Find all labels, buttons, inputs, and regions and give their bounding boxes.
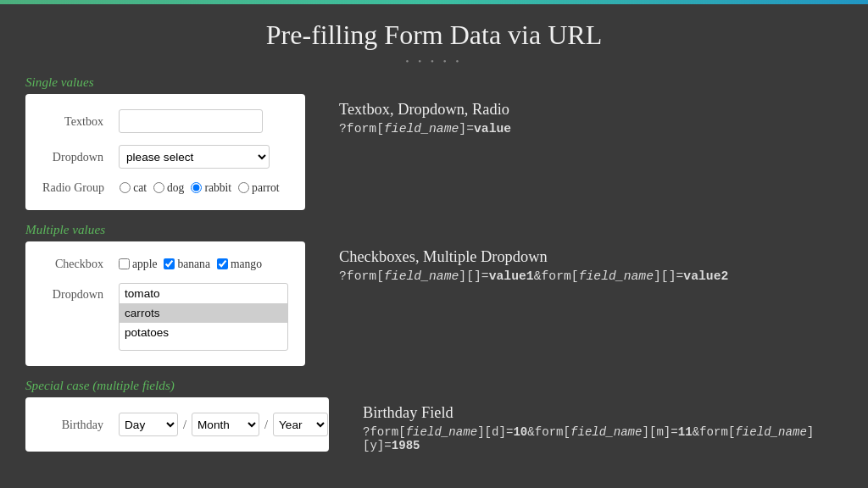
birthday-selects: Day 123 45 / Month 123 45 / Year <box>119 413 328 436</box>
option-carrots[interactable]: carrots <box>120 303 287 323</box>
radio-row: Radio Group cat dog rabbit parrot <box>42 180 288 195</box>
special-description: Birthday Field ?form[field_name][d]=10&f… <box>363 397 843 452</box>
checkbox-row: Checkbox apple banana mango <box>42 257 288 271</box>
main-content: Single values Textbox Dropdown please se… <box>0 75 868 456</box>
single-field-name-italic: field_name <box>384 122 459 136</box>
single-values-section: Single values Textbox Dropdown please se… <box>25 75 843 210</box>
radio-cat[interactable] <box>120 182 131 193</box>
single-values-label: Single values <box>25 75 843 90</box>
multiple-values-row: Checkbox apple banana mango <box>25 241 843 366</box>
single-value-bold: value <box>474 122 511 136</box>
multiple-desc-url: ?form[field_name][]=value1&form[field_na… <box>339 269 728 283</box>
checkbox-apple-input[interactable] <box>119 258 130 269</box>
checkbox-group: apple banana mango <box>119 258 262 271</box>
checkbox-mango-input[interactable] <box>217 258 228 269</box>
checkbox-banana[interactable]: banana <box>164 258 210 271</box>
special-desc-title: Birthday Field <box>363 404 843 422</box>
textbox-row: Textbox <box>42 109 288 133</box>
birthday-month-select[interactable]: Month 123 45 <box>192 413 259 436</box>
radio-group: cat dog rabbit parrot <box>120 181 279 195</box>
multiple-values-section: Multiple values Checkbox apple banana m <box>25 222 843 366</box>
textbox-input[interactable] <box>119 109 263 133</box>
special-section: Special case (multiple fields) Birthday … <box>25 378 843 452</box>
birthday-label: Birthday <box>42 418 110 432</box>
radio-item-cat[interactable]: cat <box>120 181 147 195</box>
radio-item-dog[interactable]: dog <box>153 181 184 195</box>
radio-dog[interactable] <box>153 182 164 193</box>
special-row: Birthday Day 123 45 / Month 123 45 <box>25 397 843 452</box>
textbox-label: Textbox <box>42 114 110 129</box>
dropdown-label: Dropdown <box>42 150 110 164</box>
multi-dropdown-select[interactable]: tomato carrots potatoes <box>119 283 288 351</box>
special-card: Birthday Day 123 45 / Month 123 45 <box>25 397 329 452</box>
radio-item-parrot[interactable]: parrot <box>238 181 279 195</box>
birthday-row: Birthday Day 123 45 / Month 123 45 <box>42 413 312 436</box>
special-desc-url: ?form[field_name][d]=10&form[field_name]… <box>363 425 843 452</box>
multiple-description: Checkboxes, Multiple Dropdown ?form[fiel… <box>339 241 728 283</box>
multiple-values-label: Multiple values <box>25 222 843 237</box>
multi-dropdown-row: Dropdown tomato carrots potatoes <box>42 283 288 351</box>
dots: • • • • • <box>0 56 868 66</box>
single-desc-title: Textbox, Dropdown, Radio <box>339 101 511 119</box>
checkbox-label: Checkbox <box>42 257 110 271</box>
multiple-values-card: Checkbox apple banana mango <box>25 241 305 366</box>
multiple-desc-title: Checkboxes, Multiple Dropdown <box>339 248 728 266</box>
special-label: Special case (multiple fields) <box>25 378 843 393</box>
single-desc-url: ?form[field_name]=value <box>339 122 511 136</box>
birthday-day-select[interactable]: Day 123 45 <box>119 413 178 436</box>
dropdown-row: Dropdown please select option 1 option 2 <box>42 145 288 169</box>
radio-label: Radio Group <box>42 180 111 195</box>
checkbox-apple[interactable]: apple <box>119 258 157 271</box>
day-month-sep: / <box>183 418 186 432</box>
option-tomato[interactable]: tomato <box>120 284 287 303</box>
dropdown-select[interactable]: please select option 1 option 2 <box>119 145 270 169</box>
single-description: Textbox, Dropdown, Radio ?form[field_nam… <box>339 94 511 136</box>
page-title: Pre-filling Form Data via URL <box>0 4 868 56</box>
checkbox-mango[interactable]: mango <box>217 258 262 271</box>
birthday-year-select[interactable]: Year 198419851986 <box>273 413 328 436</box>
option-potatoes[interactable]: potatoes <box>120 323 287 342</box>
month-year-sep: / <box>264 418 268 432</box>
radio-rabbit[interactable] <box>191 182 202 193</box>
multi-dropdown-label: Dropdown <box>42 287 110 302</box>
checkbox-banana-input[interactable] <box>164 258 175 269</box>
single-values-row: Textbox Dropdown please select option 1 … <box>25 94 843 210</box>
radio-item-rabbit[interactable]: rabbit <box>191 181 231 195</box>
single-values-card: Textbox Dropdown please select option 1 … <box>25 94 305 210</box>
radio-parrot[interactable] <box>238 182 249 193</box>
